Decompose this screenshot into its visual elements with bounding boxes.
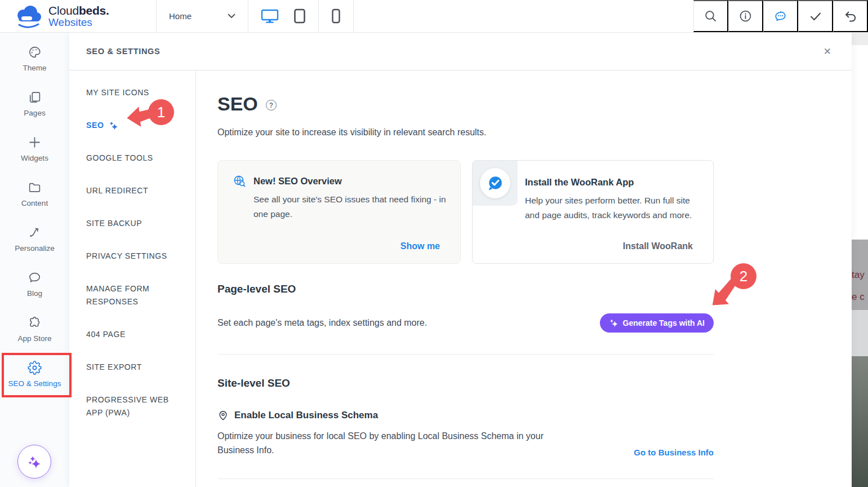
seo-settings-panel: SEO & SETTINGS ✕ MY SITE ICONS SEO GOOGL…	[69, 33, 852, 487]
promo-cards: New! SEO Overview See all your site's SE…	[217, 160, 714, 264]
personalize-path-icon	[28, 225, 42, 240]
page-selector-dropdown[interactable]: Home	[156, 0, 248, 32]
folder-icon	[28, 180, 42, 194]
info-button[interactable]	[728, 0, 763, 32]
undo-icon	[844, 10, 857, 23]
sidebar-item-personalize[interactable]: Personalize	[0, 216, 69, 262]
sidebar-item-label: App Store	[17, 334, 51, 343]
pages-icon	[28, 90, 42, 104]
desktop-preview-button[interactable]	[261, 8, 279, 24]
sidebar-item-blog[interactable]: Blog	[0, 262, 69, 307]
menu-item-privacy-settings[interactable]: PRIVACY SETTINGS	[86, 250, 179, 263]
preview-photo-edge	[852, 356, 868, 487]
mobile-preview-cell	[318, 0, 353, 32]
plus-icon	[28, 135, 42, 149]
sidebar-item-pages[interactable]: Pages	[0, 81, 69, 126]
card-body: Help your sites perform better. Run full…	[525, 193, 701, 223]
sidebar-item-label: Personalize	[15, 244, 55, 253]
panel-title: SEO & SETTINGS	[86, 47, 160, 56]
puzzle-icon	[28, 316, 42, 330]
site-preview-edge: tay e c	[852, 33, 868, 487]
save-confirm-button[interactable]	[798, 0, 833, 32]
menu-item-404-page[interactable]: 404 PAGE	[86, 328, 179, 341]
sidebar-item-app-store[interactable]: App Store	[0, 307, 69, 352]
blog-bubble-icon	[28, 271, 42, 285]
left-sidebar: Theme Pages Widgets Content Personalize …	[0, 33, 69, 487]
panel-header: SEO & SETTINGS ✕	[69, 33, 852, 70]
sparkle-icon	[609, 318, 618, 328]
card-title: New! SEO Overview	[253, 174, 342, 188]
menu-item-url-redirect[interactable]: URL REDIRECT	[86, 184, 179, 197]
sidebar-item-label: Pages	[24, 109, 45, 117]
sidebar-item-label: SEO & Settings	[8, 379, 61, 388]
preview-text-edge: tay e c	[852, 240, 868, 310]
tablet-preview-button[interactable]	[293, 8, 306, 24]
card-body: See all your site's SEO issues that need…	[253, 192, 448, 222]
page-title: SEO	[217, 93, 258, 115]
topbar-spacer	[353, 0, 693, 32]
search-button[interactable]	[693, 0, 728, 32]
sidebar-item-seo-settings[interactable]: SEO & Settings	[0, 352, 69, 397]
section-divider	[217, 479, 714, 479]
show-me-link[interactable]: Show me	[397, 241, 443, 252]
ai-assistant-button[interactable]	[17, 445, 51, 479]
page-level-seo-description: Set each page's meta tags, index setting…	[217, 318, 427, 328]
sidebar-item-label: Theme	[23, 64, 46, 72]
site-level-seo-title: Site-level SEO	[217, 377, 714, 389]
menu-item-seo[interactable]: SEO	[86, 119, 179, 132]
cloudbeds-cloud-icon	[14, 5, 43, 28]
undo-button[interactable]	[833, 0, 868, 32]
sidebar-item-widgets[interactable]: Widgets	[0, 126, 69, 171]
menu-item-site-backup[interactable]: SITE BACKUP	[86, 217, 179, 230]
menu-item-manage-form-responses[interactable]: MANAGE FORM RESPONSES	[86, 282, 179, 308]
search-icon	[704, 10, 717, 23]
theme-palette-icon	[28, 45, 42, 59]
menu-item-pwa[interactable]: PROGRESSIVE WEB APP (PWA)	[86, 393, 179, 419]
preview-toolbar-edge	[852, 33, 868, 45]
woorank-card: Install the WooRank App Help your sites …	[472, 160, 714, 264]
device-preview-switcher	[248, 0, 318, 32]
preview-light-edge	[852, 310, 868, 356]
sparkles-icon	[27, 454, 42, 469]
chevron-down-icon	[228, 14, 235, 19]
menu-item-google-tools[interactable]: GOOGLE TOOLS	[86, 152, 179, 165]
chat-bubble-icon	[773, 10, 787, 23]
top-bar: Cloudbeds. Websites Home	[0, 0, 868, 33]
seo-content: SEO ? Optimize your site to increase its…	[196, 70, 852, 487]
panel-body: MY SITE ICONS SEO GOOGLE TOOLS URL REDIR…	[69, 70, 852, 487]
page-level-seo-title: Page-level SEO	[217, 283, 714, 295]
close-icon[interactable]: ✕	[821, 43, 834, 60]
generate-tags-ai-button[interactable]: Generate Tags with AI	[600, 313, 714, 333]
section-divider	[217, 354, 714, 355]
sidebar-item-theme[interactable]: Theme	[0, 36, 69, 81]
checkmark-icon	[809, 10, 822, 23]
comments-button[interactable]	[763, 0, 798, 32]
local-business-schema-description: Optimize your business for local SEO by …	[217, 429, 564, 457]
menu-item-my-site-icons[interactable]: MY SITE ICONS	[86, 86, 179, 99]
menu-item-site-export[interactable]: SITE EXPORT	[86, 361, 179, 374]
page-selector-value: Home	[169, 11, 192, 21]
page-intro: Optimize your site to increase its visib…	[217, 127, 714, 138]
cloudbeds-logo: Cloudbeds. Websites	[0, 0, 156, 32]
help-icon[interactable]: ?	[266, 100, 277, 110]
install-woorank-link[interactable]: Install WooRank	[620, 241, 696, 252]
local-business-schema-title: Enable Local Business Schema	[234, 410, 378, 421]
settings-menu: MY SITE ICONS SEO GOOGLE TOOLS URL REDIR…	[69, 70, 196, 487]
mobile-preview-button[interactable]	[331, 8, 341, 24]
ai-sparkle-icon	[108, 121, 118, 131]
preview-white-edge	[852, 45, 868, 240]
woorank-icon	[486, 174, 504, 192]
sidebar-item-label: Content	[21, 199, 48, 207]
seo-overview-card: New! SEO Overview See all your site's SE…	[217, 160, 461, 264]
brand-name: Cloudbeds.	[48, 5, 109, 17]
sidebar-item-label: Widgets	[21, 154, 48, 162]
go-to-business-info-link[interactable]: Go to Business Info	[634, 448, 714, 457]
globe-search-icon	[233, 174, 246, 188]
brand-product: Websites	[48, 17, 109, 28]
info-icon	[739, 10, 752, 23]
sidebar-item-content[interactable]: Content	[0, 171, 69, 216]
sidebar-item-label: Blog	[27, 289, 42, 298]
woorank-logo-badge	[473, 161, 518, 206]
card-title: Install the WooRank App	[525, 175, 701, 189]
gear-icon	[28, 361, 42, 375]
